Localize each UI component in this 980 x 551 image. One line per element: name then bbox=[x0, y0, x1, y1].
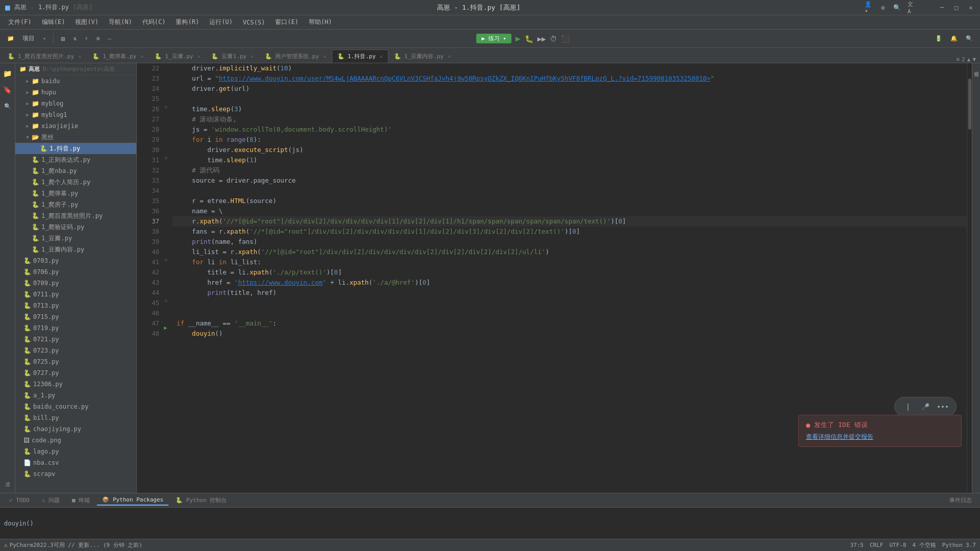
sidebar-icon-project[interactable]: 📁 bbox=[2, 67, 14, 80]
tree-file-12306[interactable]: 🐍 12306.py bbox=[15, 379, 136, 390]
error-action-link[interactable]: 查看详细信息并提交报告 bbox=[806, 433, 873, 440]
tab-close-5[interactable]: ✕ bbox=[380, 54, 383, 59]
menu-run[interactable]: 运行(U) bbox=[205, 16, 237, 28]
tab-close-2[interactable]: ✕ bbox=[197, 54, 200, 59]
toolbar-collapse[interactable]: ⇅ bbox=[70, 34, 80, 43]
status-indent[interactable]: 4 个空格 bbox=[913, 541, 936, 549]
tree-folder-xjj[interactable]: ▶ 📁 xiaojiejie bbox=[15, 120, 136, 132]
search-everywhere-btn[interactable]: 🔍 bbox=[963, 34, 976, 43]
tab-6[interactable]: 🐍 1_豆瓣内容.py ✕ bbox=[388, 49, 456, 63]
terminal-tab-packages[interactable]: 📦 Python Packages bbox=[97, 495, 168, 506]
menu-window[interactable]: 窗口(E) bbox=[271, 16, 303, 28]
tab-4[interactable]: 🐍 用户管理系统.py ✕ bbox=[259, 49, 332, 63]
tree-folder-myblog1[interactable]: ▶ 📁 myblog1 bbox=[15, 109, 136, 120]
tab-5[interactable]: 🐍 1.抖音.py ✕ bbox=[332, 49, 388, 63]
tree-file-0727[interactable]: 🐍 0727.py bbox=[15, 367, 136, 379]
tab-1[interactable]: 🐍 1_爬弹幕.py ✕ bbox=[87, 49, 149, 63]
voice-widget[interactable]: | 🎤 ••• bbox=[894, 397, 957, 416]
menu-help[interactable]: 帮助(H) bbox=[305, 16, 336, 28]
scroll-down-btn[interactable]: ▼ bbox=[972, 56, 976, 63]
status-update[interactable]: ⚠ PyCharm2022.3可用 // 更新... (9 分钟 之前) bbox=[4, 541, 142, 549]
tree-folder-myblog[interactable]: ▶ 📁 myblog bbox=[15, 98, 136, 109]
tree-file-0713[interactable]: 🐍 0713.py bbox=[15, 300, 136, 311]
tab-close-4[interactable]: ✕ bbox=[323, 54, 326, 59]
tree-file-0703[interactable]: 🐍 0703.py bbox=[15, 255, 136, 266]
tree-folder-heisi[interactable]: ▼ 📂 黑丝 bbox=[15, 132, 136, 143]
settings-icon[interactable]: ⚙ bbox=[879, 4, 887, 12]
voice-more-icon[interactable]: ••• bbox=[937, 400, 949, 413]
close-button[interactable]: ✕ bbox=[967, 4, 975, 12]
terminal-tab-problems[interactable]: ⚠ 问题 bbox=[37, 495, 65, 506]
tree-file-nba[interactable]: 🐍 1_爬nba.py bbox=[15, 165, 136, 177]
tree-file-douban-content[interactable]: 🐍 1_豆瓣内容.py bbox=[15, 244, 136, 255]
toolbar-up[interactable]: ⇑ bbox=[82, 34, 91, 43]
terminal-content[interactable]: douyin() bbox=[0, 508, 980, 539]
menu-nav[interactable]: 导航(N) bbox=[105, 16, 136, 28]
tree-file-regex[interactable]: 🐍 1_正则表达式.py bbox=[15, 154, 136, 165]
tree-file-0706[interactable]: 🐍 0706.py bbox=[15, 266, 136, 278]
menu-file[interactable]: 文件(F) bbox=[4, 16, 36, 28]
tree-folder-baidu[interactable]: ▶ 📁 baidu bbox=[15, 76, 136, 87]
coverage-button[interactable]: ▶▶ bbox=[537, 35, 546, 43]
microphone-icon[interactable]: 🎤 bbox=[919, 400, 932, 413]
file-tree[interactable]: 📁 高崽 D:\pythonprojects\高崽 ▶ 📁 baidu ▶ 📁 … bbox=[15, 63, 137, 493]
tab-0[interactable]: 🐍 1_爬百度黑丝照片.py ✕ bbox=[2, 49, 87, 63]
tree-file-douban[interactable]: 🐍 1_豆瓣.py bbox=[15, 233, 136, 244]
minimize-button[interactable]: ─ bbox=[938, 4, 946, 12]
tree-file-house[interactable]: 🐍 1_爬房子.py bbox=[15, 199, 136, 210]
tree-file-code[interactable]: 🖼 code.png bbox=[15, 435, 136, 446]
tree-file-baidu-img[interactable]: 🐍 1_爬百度黑丝照片.py bbox=[15, 210, 136, 221]
stop-button[interactable]: ⬛ bbox=[561, 35, 570, 43]
sidebar-icon-search[interactable]: 🔍 bbox=[2, 100, 14, 112]
sidebar-icon-bookmark[interactable]: 🔖 bbox=[2, 84, 14, 96]
editor-vscrollbar[interactable] bbox=[967, 63, 972, 493]
tab-close-0[interactable]: ✕ bbox=[78, 54, 81, 59]
tree-file-captcha[interactable]: 🐍 1_爬验证码.py bbox=[15, 221, 136, 233]
status-encoding[interactable]: UTF-8 bbox=[889, 542, 906, 548]
status-line-endings[interactable]: CRLF bbox=[870, 542, 884, 548]
tree-file-danmu[interactable]: 🐍 1_爬弹幕.py bbox=[15, 188, 136, 199]
tree-file-0715[interactable]: 🐍 0715.py bbox=[15, 311, 136, 322]
tree-file-scrapy[interactable]: 🐍 scrapv bbox=[15, 468, 136, 480]
tree-file-0719[interactable]: 🐍 0719.py bbox=[15, 322, 136, 334]
debug-button[interactable]: 🐛 bbox=[525, 35, 533, 43]
maximize-button[interactable]: □ bbox=[952, 4, 961, 12]
toolbar-sync[interactable]: ⊞ bbox=[58, 33, 68, 44]
notification-btn[interactable]: 🔔 bbox=[947, 34, 961, 43]
tree-folder-hupu[interactable]: ▶ 📁 hupu bbox=[15, 87, 136, 98]
menu-vcs[interactable]: VCS(S) bbox=[239, 17, 269, 28]
tree-file-lago[interactable]: 🐍 lago.py bbox=[15, 446, 136, 457]
vscroll-thumb[interactable] bbox=[968, 79, 971, 130]
status-python-version[interactable]: Python 3.7 bbox=[942, 542, 976, 548]
scroll-up-btn[interactable]: ▲ bbox=[967, 56, 971, 63]
profile-icon[interactable]: 👤 ▾ bbox=[865, 4, 873, 12]
tree-file-baidu-src[interactable]: 🐍 baidu_cource.py bbox=[15, 401, 136, 412]
toolbar-hide[interactable]: — bbox=[105, 34, 114, 43]
terminal-tab-todo[interactable]: ✓ TODO bbox=[4, 495, 35, 505]
tree-file-douyin[interactable]: 🐍 1.抖音.py bbox=[15, 143, 136, 154]
tree-file-bill[interactable]: 🐍 bill.py bbox=[15, 412, 136, 423]
search-icon[interactable]: 🔍 bbox=[893, 4, 901, 12]
menu-view[interactable]: 视图(V) bbox=[71, 16, 103, 28]
tree-file-nba-csv[interactable]: 📄 nba.csv bbox=[15, 457, 136, 468]
tab-close-6[interactable]: ✕ bbox=[448, 54, 451, 59]
tree-file-a1[interactable]: 🐍 a_1.py bbox=[15, 390, 136, 401]
right-sidebar-notifications[interactable]: 通知 bbox=[972, 63, 980, 71]
power-save-btn[interactable]: 🔋 bbox=[932, 34, 945, 43]
sidebar-icon-notifications[interactable]: 通 bbox=[4, 462, 11, 493]
tree-file-0723[interactable]: 🐍 0723.py bbox=[15, 345, 136, 356]
event-log-btn[interactable]: 事件日志 bbox=[945, 495, 976, 506]
tree-file-0709[interactable]: 🐍 0709.py bbox=[15, 278, 136, 289]
tree-file-resume[interactable]: 🐍 1_爬个人简历.py bbox=[15, 177, 136, 188]
tree-file-0725[interactable]: 🐍 0725.py bbox=[15, 356, 136, 367]
tab-close-3[interactable]: ✕ bbox=[251, 54, 254, 59]
tree-file-cjy[interactable]: 🐍 chaojiying.py bbox=[15, 423, 136, 435]
status-position[interactable]: 37:5 bbox=[850, 542, 864, 548]
project-label[interactable]: 项目 bbox=[19, 33, 38, 44]
run-button[interactable]: ▶ bbox=[516, 34, 521, 43]
menu-refactor[interactable]: 重构(R) bbox=[172, 16, 203, 28]
tree-file-0721[interactable]: 🐍 0721.py bbox=[15, 334, 136, 345]
voice-type-icon[interactable]: | bbox=[902, 400, 914, 413]
tab-2[interactable]: 🐍 1_豆瓣.py ✕ bbox=[149, 49, 206, 63]
menu-code[interactable]: 代码(C) bbox=[138, 16, 170, 28]
